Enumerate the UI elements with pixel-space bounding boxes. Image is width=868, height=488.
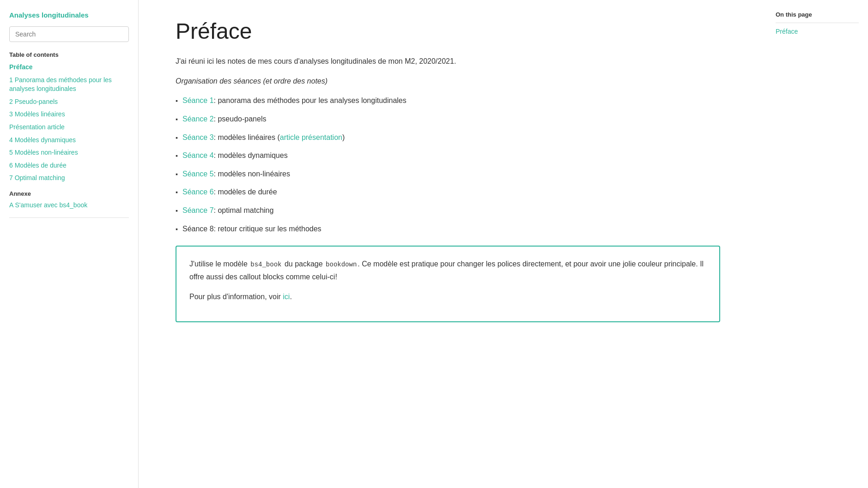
sidebar-item-pseudo-panels[interactable]: 2 Pseudo-panels: [9, 97, 129, 107]
ici-link[interactable]: ici: [283, 293, 290, 301]
toc-heading: Table of contents: [9, 51, 129, 58]
site-title: Analyses longitudinales: [9, 11, 129, 19]
callout-paragraph-1: J'utilise le modèle bs4_book du package …: [189, 258, 706, 283]
search-input[interactable]: [9, 26, 129, 42]
sidebar-item-panorama[interactable]: 1 Panorama des méthodes pour les analyse…: [9, 76, 129, 94]
sidebar-item-modeles-dynamiques[interactable]: 4 Modèles dynamiques: [9, 136, 129, 145]
list-item: Séance 6: modèles de durée: [176, 186, 720, 198]
intro-paragraph: J'ai réuni ici les notes de mes cours d'…: [176, 55, 720, 67]
section-title: Organisation des séances (et ordre des n…: [176, 75, 720, 87]
sidebar-item-modeles-non-lineaires[interactable]: 5 Modèles non-linéaires: [9, 148, 129, 157]
list-item: Séance 4: modèles dynamiques: [176, 150, 720, 162]
seance1-link[interactable]: Séance 1: [182, 95, 214, 107]
main-content: Préface J'ai réuni ici les notes de mes …: [139, 0, 757, 488]
left-sidebar: Analyses longitudinales Table of content…: [0, 0, 139, 488]
on-this-page-title: On this page: [776, 11, 859, 18]
callout-box: J'utilise le modèle bs4_book du package …: [176, 246, 720, 322]
list-item: Séance 7: optimal matching: [176, 205, 720, 217]
annexe-heading: Annexe: [9, 190, 129, 197]
seance2-link[interactable]: Séance 2: [182, 113, 214, 125]
code-bookdown: bookdown: [325, 261, 358, 268]
list-item: Séance 2: pseudo-panels: [176, 113, 720, 125]
page-title: Préface: [176, 18, 720, 44]
seance6-link[interactable]: Séance 6: [182, 186, 214, 198]
list-item: Séance 8: retour critique sur les méthod…: [176, 223, 720, 235]
seance3-link[interactable]: Séance 3: [182, 132, 214, 144]
right-sidebar: On this page Préface: [766, 0, 868, 488]
sidebar-divider: [9, 217, 129, 218]
list-item: Séance 1: panorama des méthodes pour les…: [176, 95, 720, 107]
sidebar-item-optimal-matching[interactable]: 7 Optimal matching: [9, 174, 129, 183]
seance5-link[interactable]: Séance 5: [182, 168, 214, 180]
sidebar-item-modeles-lineaires[interactable]: 3 Modèles linéaires: [9, 110, 129, 119]
code-bs4-book: bs4_book: [249, 261, 282, 268]
right-sidebar-divider: [776, 23, 859, 23]
sidebar-item-bs4-book[interactable]: A S'amuser avec bs4_book: [9, 201, 129, 210]
article-presentation-link[interactable]: article présentation: [280, 132, 342, 144]
sidebar-item-presentation-article[interactable]: Présentation article: [9, 123, 129, 132]
seances-list: Séance 1: panorama des méthodes pour les…: [176, 95, 720, 235]
seance4-link[interactable]: Séance 4: [182, 150, 214, 162]
sidebar-item-preface[interactable]: Préface: [9, 63, 129, 72]
on-this-page-preface-link[interactable]: Préface: [776, 28, 859, 35]
callout-paragraph-2: Pour plus d'information, voir ici.: [189, 290, 706, 303]
seance7-link[interactable]: Séance 7: [182, 205, 214, 217]
list-item: Séance 3: modèles linéaires (article pré…: [176, 132, 720, 144]
list-item: Séance 5: modèles non-linéaires: [176, 168, 720, 180]
sidebar-item-modeles-de-duree[interactable]: 6 Modèles de durée: [9, 161, 129, 170]
